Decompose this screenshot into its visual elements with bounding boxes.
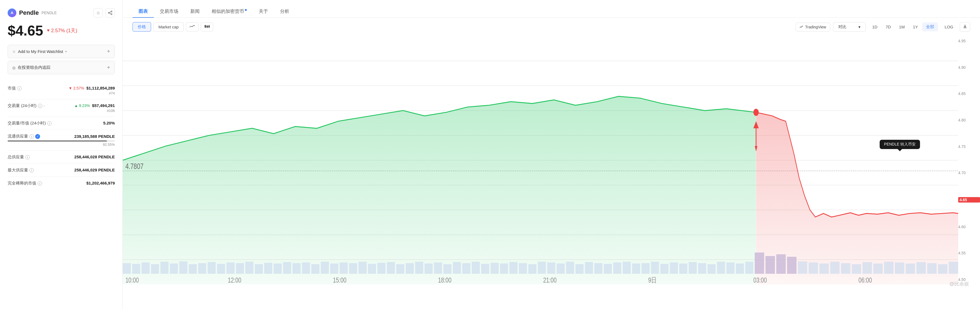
fdmc-info-icon[interactable]: i (38, 181, 42, 186)
max-supply-info-icon[interactable]: i (29, 168, 34, 173)
svg-text:03:00: 03:00 (753, 276, 767, 284)
time-1d-btn[interactable]: 1D (869, 22, 881, 31)
svg-rect-76 (585, 262, 593, 274)
price-change-text: 2.57% (1天) (51, 27, 77, 34)
svg-rect-49 (330, 263, 338, 274)
tab-market[interactable]: 交易市场 (154, 5, 185, 18)
price-btn[interactable]: 价格 (132, 22, 151, 32)
tab-similar[interactable]: 相似的加密货币 (205, 5, 253, 18)
coin-symbol: PENDLE (41, 11, 57, 15)
add-watchlist-button[interactable]: ☆ Add to My First Watchlist ▾ + (8, 45, 115, 58)
total-supply-info-icon[interactable]: i (25, 155, 30, 159)
y-axis: 4.95 4.90 4.85 4.80 4.75 4.70 4.65 4.60 … (958, 36, 980, 285)
svg-rect-44 (283, 262, 291, 274)
svg-text:18:00: 18:00 (438, 276, 451, 284)
svg-rect-47 (312, 264, 320, 274)
candle-chart-btn[interactable] (201, 22, 213, 31)
svg-rect-45 (293, 263, 301, 274)
download-btn[interactable] (960, 22, 970, 32)
svg-rect-43 (274, 263, 282, 274)
svg-rect-65 (481, 264, 490, 274)
svg-rect-110 (927, 263, 937, 274)
time-all-btn[interactable]: 全部 (922, 22, 938, 31)
svg-rect-28 (132, 264, 140, 274)
verified-icon: ✓ (35, 134, 40, 139)
svg-line-3 (109, 12, 111, 13)
fdmc-row: 完全稀释的市值 i $1,202,466,979 (8, 177, 115, 190)
right-panel: 图表 交易市场 新闻 相似的加密货币 关于 分析 价格 Market cap (123, 0, 980, 309)
circ-info-icon[interactable]: i (29, 134, 34, 139)
svg-rect-58 (415, 262, 423, 274)
tooltip-text: PENDLE 转入币安 (884, 142, 916, 146)
toolbar-right: TradingView 对比 ▾ 1D 7D 1M 1Y 全部 LOG (795, 22, 970, 32)
svg-rect-99 (808, 262, 818, 274)
svg-rect-63 (462, 263, 470, 274)
tradingview-btn[interactable]: TradingView (795, 22, 830, 31)
market-cap-change: ▼ 2.57% (68, 86, 84, 90)
compare-btn[interactable]: 对比 ▾ (833, 22, 866, 32)
chart-toolbar: 价格 Market cap (123, 18, 980, 36)
svg-text:9日: 9日 (648, 276, 657, 284)
svg-rect-94 (755, 253, 764, 274)
svg-rect-84 (660, 264, 668, 274)
svg-rect-72 (547, 262, 555, 274)
tab-news[interactable]: 新闻 (185, 5, 205, 18)
svg-rect-112 (949, 262, 958, 274)
share-button[interactable] (105, 8, 115, 18)
svg-rect-62 (453, 262, 461, 274)
volume-market-cap-row: 交易量/市值 (24小时) i 5.20% (8, 117, 115, 130)
supply-progress-container: 92.55% (8, 140, 115, 147)
y-label-4-75: 4.75 (958, 144, 980, 149)
chart-tooltip: PENDLE 转入币安 (880, 140, 920, 149)
tab-chart[interactable]: 图表 (132, 5, 154, 18)
svg-rect-33 (180, 261, 188, 274)
portfolio-plus-icon: + (107, 64, 110, 71)
svg-rect-78 (604, 264, 612, 274)
svg-rect-98 (798, 261, 807, 274)
svg-rect-66 (490, 263, 499, 274)
svg-rect-40 (245, 262, 254, 274)
svg-rect-93 (745, 262, 753, 274)
supply-progress-fill (8, 140, 107, 142)
volume-info-icon[interactable]: i (38, 104, 42, 108)
svg-rect-80 (622, 262, 631, 274)
supply-progress-bar (8, 140, 115, 142)
svg-rect-32 (170, 263, 178, 274)
market-cap-value: ▼ 2.57% $1,112,854,289 #74 (68, 86, 115, 95)
svg-rect-56 (396, 264, 404, 274)
y-label-4-55: 4.55 (958, 251, 980, 255)
time-1m-btn[interactable]: 1M (895, 22, 908, 31)
left-panel: Pendle PENDLE ☆ $4.65 2.57% (1天) (0, 0, 123, 309)
market-cap-info-icon[interactable]: i (17, 86, 22, 91)
vol-mc-percent: 5.20% (103, 121, 115, 125)
svg-rect-8 (207, 26, 208, 27)
time-1y-btn[interactable]: 1Y (909, 22, 922, 31)
circulating-supply-label: 流通供应量 i ✓ (8, 134, 40, 139)
log-btn[interactable]: LOG (941, 22, 957, 31)
fdmc-value: $1,202,466,979 (86, 181, 115, 185)
market-cap-btn[interactable]: Market cap (153, 22, 184, 31)
coin-title: Pendle PENDLE (8, 8, 57, 17)
svg-rect-41 (255, 264, 263, 274)
svg-rect-73 (557, 263, 565, 274)
fdmc-label: 完全稀释的市值 i (8, 181, 42, 186)
volume-change: ▲ 9.23% (74, 104, 90, 108)
svg-rect-88 (698, 263, 706, 274)
price-main: $4.65 (8, 22, 43, 39)
tab-about[interactable]: 关于 (253, 5, 274, 18)
y-label-4-70: 4.70 (958, 171, 980, 175)
svg-rect-31 (160, 262, 169, 274)
tab-analysis[interactable]: 分析 (274, 5, 295, 18)
supply-progress-label: 92.55% (8, 142, 115, 147)
line-chart-btn[interactable] (186, 22, 199, 31)
svg-point-0 (111, 11, 112, 12)
svg-rect-50 (340, 262, 348, 274)
time-7d-btn[interactable]: 7D (882, 22, 895, 31)
svg-rect-57 (406, 263, 414, 274)
vol-mc-info-icon[interactable]: i (47, 121, 51, 126)
watchlist-star-button[interactable]: ☆ (94, 8, 103, 18)
market-cap-amount: $1,112,854,289 (86, 86, 115, 90)
svg-rect-27 (123, 263, 131, 274)
volume-amount: $57,494,291 (92, 103, 115, 108)
portfolio-track-button[interactable]: ◎ 在投资组合内追踪 + (8, 61, 115, 74)
